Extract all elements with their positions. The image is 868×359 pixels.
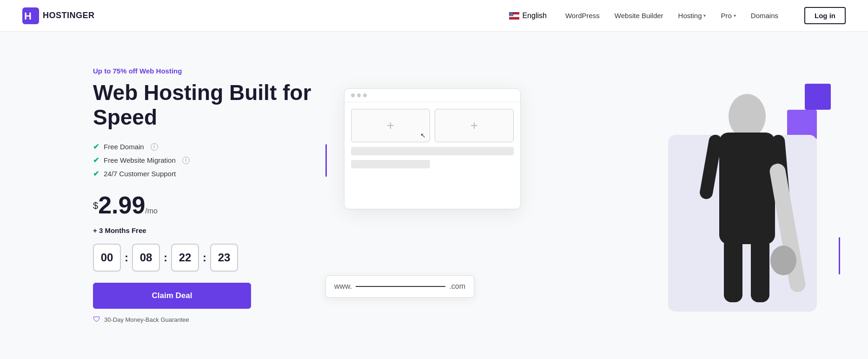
- info-icon[interactable]: i: [151, 143, 158, 151]
- svg-point-22: [770, 246, 796, 275]
- domain-search-bar[interactable]: www. .com: [325, 275, 474, 298]
- price-display: $2.99/mo: [93, 202, 158, 216]
- hero-section: Up to 75% off Web Hosting Web Hosting Bu…: [0, 32, 868, 359]
- dot-2: [357, 93, 361, 97]
- domain-com-label: .com: [449, 282, 465, 291]
- svg-rect-16: [719, 133, 775, 244]
- guarantee-text: 30-Day Money-Back Guarantee: [104, 316, 189, 323]
- browser-mockup: + ↖ +: [344, 88, 521, 209]
- nav-website-builder[interactable]: Website Builder: [615, 12, 663, 20]
- hero-subtitle: Up to 75% off Web Hosting: [93, 67, 316, 75]
- logo[interactable]: H HOSTINGER: [22, 7, 95, 24]
- person-svg: [682, 88, 812, 312]
- logo-text: HOSTINGER: [43, 11, 95, 20]
- svg-point-7: [511, 13, 511, 13]
- free-months-label: + 3 Months Free: [93, 226, 316, 234]
- browser-dots: [345, 89, 520, 102]
- countdown-seconds-units: 23: [210, 244, 238, 272]
- flag-icon: [509, 12, 519, 20]
- dot-1: [351, 93, 355, 97]
- svg-rect-4: [509, 17, 519, 19]
- svg-point-8: [512, 13, 513, 13]
- check-icon: ✔: [93, 142, 99, 151]
- hero-visual: + ↖ + www. .com: [316, 79, 831, 312]
- svg-point-13: [511, 15, 511, 15]
- svg-point-14: [512, 15, 513, 15]
- domain-www-label: www.: [334, 282, 352, 291]
- svg-point-12: [510, 15, 510, 15]
- language-label: English: [522, 12, 546, 20]
- browser-content: + ↖ +: [345, 102, 520, 175]
- login-button[interactable]: Log in: [804, 7, 846, 24]
- nav-wordpress[interactable]: WordPress: [565, 12, 600, 20]
- check-icon: ✔: [93, 156, 99, 165]
- svg-point-9: [510, 13, 510, 14]
- countdown-timer: 00 : 08 : 22 : 23: [93, 244, 316, 272]
- nav-domains[interactable]: Domains: [751, 12, 778, 20]
- content-bar-half: [351, 160, 430, 168]
- hero-content: Up to 75% off Web Hosting Web Hosting Bu…: [93, 67, 316, 324]
- hostinger-logo-icon: H: [22, 7, 39, 24]
- person-illustration: [668, 79, 817, 312]
- svg-point-10: [511, 13, 511, 14]
- language-selector[interactable]: English: [509, 12, 546, 20]
- chevron-down-icon: ▾: [703, 13, 706, 18]
- countdown-seconds-tens: 22: [171, 244, 199, 272]
- dot-3: [363, 93, 367, 97]
- widget-box-2: +: [435, 109, 514, 142]
- svg-text:H: H: [24, 10, 32, 22]
- nav-links: WordPress Website Builder Hosting ▾ Pro …: [565, 7, 846, 24]
- countdown-separator: :: [125, 251, 128, 264]
- svg-point-6: [510, 13, 510, 13]
- check-icon: ✔: [93, 169, 99, 178]
- claim-deal-button[interactable]: Claim Deal: [93, 283, 251, 309]
- nav-hosting[interactable]: Hosting ▾: [678, 12, 706, 20]
- countdown-minutes: 08: [132, 244, 160, 272]
- guarantee-badge: 🛡 30-Day Money-Back Guarantee: [93, 315, 316, 324]
- nav-pro[interactable]: Pro ▾: [721, 12, 735, 20]
- cursor-icon: ↖: [420, 132, 426, 139]
- blue-accent-line-2: [839, 237, 840, 274]
- svg-point-15: [729, 94, 766, 139]
- widget-box-1: + ↖: [351, 109, 430, 142]
- content-bar-wide: [351, 147, 514, 155]
- countdown-separator: :: [164, 251, 167, 264]
- svg-point-11: [512, 13, 513, 14]
- domain-input-field[interactable]: [356, 286, 445, 287]
- countdown-separator: :: [203, 251, 206, 264]
- svg-rect-20: [751, 237, 769, 302]
- feature-free-domain: ✔ Free Domain i: [93, 142, 316, 151]
- countdown-hours: 00: [93, 244, 121, 272]
- feature-support: ✔ 24/7 Customer Support: [93, 169, 316, 178]
- hero-title: Web Hosting Built for Speed: [93, 80, 316, 130]
- feature-migration: ✔ Free Website Migration i: [93, 156, 316, 165]
- shield-icon: 🛡: [93, 315, 100, 324]
- blue-accent-line-1: [325, 144, 327, 177]
- info-icon[interactable]: i: [182, 157, 190, 164]
- svg-rect-19: [724, 237, 742, 302]
- chevron-down-icon: ▾: [734, 13, 736, 18]
- features-list: ✔ Free Domain i ✔ Free Website Migration…: [93, 142, 316, 178]
- price-section: $2.99/mo: [93, 191, 316, 219]
